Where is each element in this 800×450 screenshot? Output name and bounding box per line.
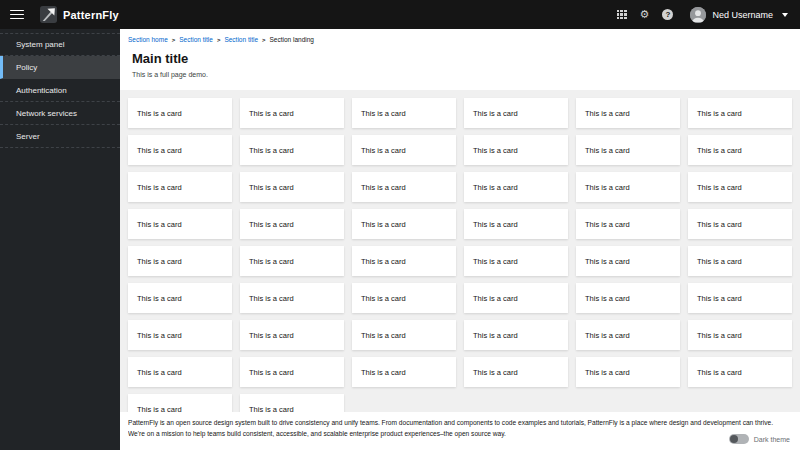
card: This is a card <box>240 320 344 350</box>
card: This is a card <box>128 172 232 202</box>
card: This is a card <box>240 135 344 165</box>
card-title: This is a card <box>137 220 182 229</box>
card: This is a card <box>240 172 344 202</box>
card: This is a card <box>352 135 456 165</box>
user-menu[interactable]: Ned Username <box>690 7 788 23</box>
card: This is a card <box>240 246 344 276</box>
main-content: Section home>Section title>Section title… <box>120 29 800 450</box>
user-name: Ned Username <box>712 10 773 20</box>
card: This is a card <box>128 246 232 276</box>
card: This is a card <box>464 135 568 165</box>
card-title: This is a card <box>585 146 630 155</box>
card: This is a card <box>464 209 568 239</box>
card-title: This is a card <box>137 294 182 303</box>
caret-down-icon <box>782 13 788 17</box>
patternfly-logo-icon <box>40 6 57 23</box>
card-title: This is a card <box>697 220 742 229</box>
card: This is a card <box>688 320 792 350</box>
breadcrumb-separator-icon: > <box>217 37 221 43</box>
card-title: This is a card <box>361 294 406 303</box>
card-title: This is a card <box>137 405 182 413</box>
page-header: Section home>Section title>Section title… <box>120 29 800 90</box>
card-title: This is a card <box>361 220 406 229</box>
footer-text-line2: We're on a mission to help teams build c… <box>128 429 790 440</box>
card-title: This is a card <box>249 146 294 155</box>
card: This is a card <box>464 172 568 202</box>
gear-icon[interactable]: ⚙ <box>640 9 650 20</box>
card-title: This is a card <box>249 331 294 340</box>
card: This is a card <box>688 135 792 165</box>
card-title: This is a card <box>249 220 294 229</box>
card-title: This is a card <box>473 331 518 340</box>
card: This is a card <box>240 98 344 128</box>
card-title: This is a card <box>361 109 406 118</box>
card-title: This is a card <box>361 368 406 377</box>
card-title: This is a card <box>361 257 406 266</box>
page-subtitle: This is a full page demo. <box>132 71 788 78</box>
card-title: This is a card <box>585 294 630 303</box>
card: This is a card <box>688 246 792 276</box>
card: This is a card <box>576 320 680 350</box>
brand-logo[interactable]: PatternFly <box>40 6 119 23</box>
card: This is a card <box>128 394 232 412</box>
card: This is a card <box>464 357 568 387</box>
breadcrumb-separator-icon: > <box>262 37 266 43</box>
card-title: This is a card <box>585 331 630 340</box>
card: This is a card <box>576 135 680 165</box>
card-title: This is a card <box>249 183 294 192</box>
breadcrumb-link[interactable]: Section home <box>128 36 168 43</box>
avatar <box>690 7 706 23</box>
card-section: This is a cardThis is a cardThis is a ca… <box>120 90 800 412</box>
toggle-knob <box>730 435 738 443</box>
breadcrumb-link[interactable]: Section title <box>179 36 213 43</box>
apps-grid-icon[interactable] <box>617 10 627 20</box>
menu-icon[interactable] <box>10 10 24 20</box>
card-title: This is a card <box>137 331 182 340</box>
card-title: This is a card <box>361 331 406 340</box>
card-grid: This is a cardThis is a cardThis is a ca… <box>128 98 792 412</box>
card: This is a card <box>464 320 568 350</box>
card-title: This is a card <box>137 368 182 377</box>
card-title: This is a card <box>697 183 742 192</box>
card-title: This is a card <box>137 183 182 192</box>
card-title: This is a card <box>585 109 630 118</box>
sidebar-item-authentication[interactable]: Authentication <box>0 79 120 102</box>
card: This is a card <box>240 283 344 313</box>
sidebar-item-system-panel[interactable]: System panel <box>0 33 120 56</box>
card: This is a card <box>352 98 456 128</box>
card: This is a card <box>352 283 456 313</box>
card-title: This is a card <box>697 368 742 377</box>
help-icon[interactable]: ? <box>662 9 673 20</box>
sidebar-item-network-services[interactable]: Network services <box>0 102 120 125</box>
card: This is a card <box>128 357 232 387</box>
card: This is a card <box>688 172 792 202</box>
card-title: This is a card <box>473 257 518 266</box>
sidebar-item-server[interactable]: Server <box>0 125 120 148</box>
card: This is a card <box>576 172 680 202</box>
card-title: This is a card <box>137 146 182 155</box>
breadcrumb-link[interactable]: Section title <box>224 36 258 43</box>
card-title: This is a card <box>473 146 518 155</box>
footer: PatternFly is an open source design syst… <box>120 412 800 450</box>
card: This is a card <box>688 357 792 387</box>
breadcrumb: Section home>Section title>Section title… <box>128 36 788 43</box>
sidebar-nav: System panelPolicyAuthenticationNetwork … <box>0 29 120 148</box>
card-title: This is a card <box>473 368 518 377</box>
card-title: This is a card <box>249 368 294 377</box>
card-title: This is a card <box>249 294 294 303</box>
card-title: This is a card <box>585 368 630 377</box>
card-title: This is a card <box>137 109 182 118</box>
sidebar: System panelPolicyAuthenticationNetwork … <box>0 29 120 450</box>
card: This is a card <box>240 394 344 412</box>
card-title: This is a card <box>585 183 630 192</box>
dark-theme-toggle[interactable] <box>729 434 749 444</box>
card: This is a card <box>576 283 680 313</box>
card: This is a card <box>240 209 344 239</box>
card: This is a card <box>464 98 568 128</box>
sidebar-item-policy[interactable]: Policy <box>0 56 120 79</box>
card: This is a card <box>128 209 232 239</box>
page-title: Main title <box>132 51 788 66</box>
card: This is a card <box>128 98 232 128</box>
dark-theme-control: Dark theme <box>729 434 790 444</box>
card-title: This is a card <box>473 220 518 229</box>
